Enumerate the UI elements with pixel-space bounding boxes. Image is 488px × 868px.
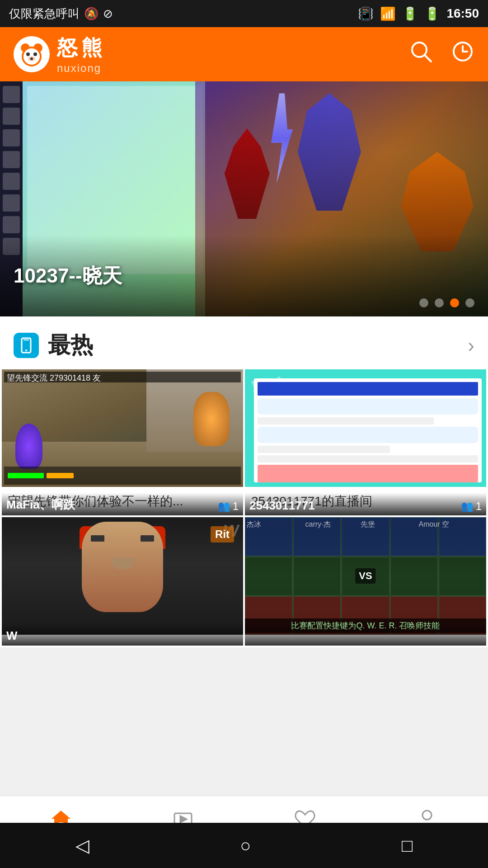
stream-overlay-3: W (2, 623, 243, 646)
status-right: 📳 📶 🔋 🔋 16:50 (358, 6, 479, 21)
stream-thumb-3: W Rit (2, 517, 243, 635)
header-icons (409, 40, 474, 69)
stream-name-3: W (6, 629, 18, 643)
thumb-streamer: W Rit (2, 517, 243, 635)
status-bar: 仅限紧急呼叫 🔕 ⊘ 📳 📶 🔋 🔋 16:50 (0, 0, 488, 27)
svg-point-21 (422, 811, 432, 820)
stream-overlay-4 (245, 623, 486, 646)
stream-thumb-1: 望先锋交流 279301418 友 (2, 369, 243, 487)
chat-window (254, 378, 482, 482)
dot-1[interactable] (419, 298, 428, 307)
history-icon[interactable] (451, 40, 474, 69)
viewer-icon-1: 👥 (218, 500, 230, 512)
sim-icon: 🔋 (402, 6, 418, 21)
streams-grid: 望先锋交流 279301418 友 MaFia、啊跌 👥 1 守望先锋带你们 (0, 369, 488, 647)
hot-title: 最热 (48, 330, 93, 360)
home-button[interactable]: ○ (240, 835, 251, 856)
svg-line-9 (425, 55, 431, 61)
stream-card-1[interactable]: 望先锋交流 279301418 友 MaFia、啊跌 👥 1 守望先锋带你们 (2, 369, 243, 515)
stream-card-4[interactable]: VS 比赛配置快捷键为Q. W. E. R. 召唤师技能 杰冰 carry·杰 … (245, 517, 486, 646)
emergency-call-text: 仅限紧急呼叫 (9, 6, 80, 22)
stream-name-2: 2543011771 (249, 499, 315, 513)
thumb-chat: ♛ 永 (245, 369, 486, 487)
battery-icon: 🔋 (424, 6, 440, 21)
ban-icon: ⊘ (103, 7, 113, 21)
stream-viewers-2: 👥 1 (461, 500, 482, 513)
logo-pinyin: nuxiong (57, 62, 106, 75)
hot-section: 最热 › 望先锋交流 279301418 友 Ma (0, 316, 488, 647)
svg-point-15 (25, 349, 27, 351)
ow-scene: 望先锋交流 279301418 友 (2, 369, 243, 487)
section-title-area: 最热 (14, 330, 93, 360)
more-button[interactable]: › (468, 334, 474, 357)
signal-icon: 🔕 (84, 7, 99, 21)
stream-overlay-1: MaFia、啊跌 👥 1 (2, 493, 243, 515)
status-left: 仅限紧急呼叫 🔕 ⊘ (9, 6, 113, 22)
lightning-effect (268, 93, 296, 184)
stream-overlay-2: 2543011771 👥 1 (245, 493, 486, 515)
banner-dots (419, 298, 474, 307)
stream-thumb-4: VS 比赛配置快捷键为Q. W. E. R. 召唤师技能 杰冰 carry·杰 … (245, 517, 486, 635)
search-icon[interactable] (409, 40, 433, 69)
logo-area: 怒熊 nuxiong (14, 34, 106, 75)
stream-viewers-1: 👥 1 (218, 500, 239, 513)
banner[interactable]: 10237--晓天 (0, 81, 488, 316)
viewer-icon-2: 👥 (461, 500, 473, 512)
dot-3-active[interactable] (450, 298, 459, 307)
wifi-icon: 📶 (380, 6, 396, 21)
streamer-face (82, 522, 163, 612)
stream-card-3[interactable]: W Rit W (2, 517, 243, 646)
svg-point-4 (26, 52, 30, 56)
section-header: 最热 › (0, 316, 488, 369)
stream-thumb-2: ♛ 永 (245, 369, 486, 487)
svg-marker-20 (180, 816, 187, 822)
time-display: 16:50 (446, 6, 479, 21)
svg-point-5 (33, 52, 37, 56)
app-header: 怒熊 nuxiong (0, 27, 488, 81)
svg-rect-14 (23, 340, 29, 340)
logo-bear-icon (14, 36, 50, 72)
phone-icon: 📳 (358, 6, 374, 21)
banner-title: 10237--晓天 (14, 263, 122, 289)
lol-vs-text: VS (355, 568, 375, 584)
logo-chinese: 怒熊 (57, 34, 106, 62)
recent-button[interactable]: □ (402, 835, 413, 856)
stream-name-1: MaFia、啊跌 (6, 497, 75, 513)
logo-text: 怒熊 nuxiong (57, 34, 106, 75)
dot-2[interactable] (435, 298, 444, 307)
svg-point-7 (30, 57, 33, 60)
stream-card-2[interactable]: ♛ 永 2543011771 👥 (245, 369, 486, 515)
dot-4[interactable] (465, 298, 474, 307)
android-nav-bar: ◁ ○ □ (0, 823, 488, 868)
mobile-icon (14, 333, 39, 358)
back-button[interactable]: ◁ (75, 835, 89, 856)
thumb-lol: VS 比赛配置快捷键为Q. W. E. R. 召唤师技能 杰冰 carry·杰 … (245, 517, 486, 635)
